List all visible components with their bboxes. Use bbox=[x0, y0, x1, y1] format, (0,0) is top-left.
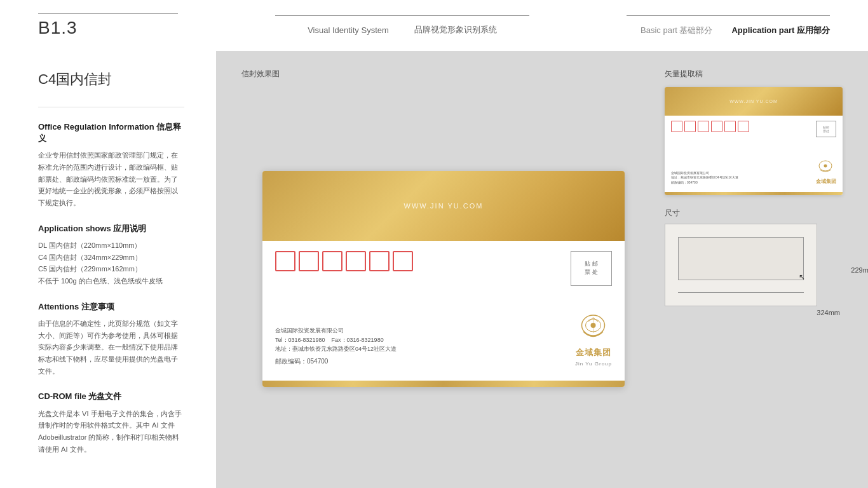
dim-horizontal-line bbox=[678, 292, 804, 293]
app-heading-en: Application shows bbox=[38, 224, 111, 233]
app-heading-cn: 应用说明 bbox=[113, 224, 146, 233]
ve-company-name: 金城国际投资发展有限公司 bbox=[671, 171, 738, 176]
envelope-ornament bbox=[262, 381, 625, 387]
app-line-1: DL 国内信封（220mm×110mm） bbox=[38, 240, 184, 252]
attentions-heading: Attentions 注意事项 bbox=[38, 301, 184, 313]
company-tel: Tel：0316-8321980 Fax：0316-8321980 bbox=[275, 336, 397, 344]
cdrom-heading-en: CD-ROM file bbox=[38, 391, 86, 401]
ve-body: 贴邮票处 金城国际投资发展有限公司 地址：燕城市铁资元东路路委区04号12社区大… bbox=[665, 116, 843, 190]
cdrom-heading-cn: 光盘文件 bbox=[88, 391, 121, 401]
dimension-diagram: ↖ bbox=[665, 224, 817, 306]
postal-box-1 bbox=[275, 251, 295, 271]
application-section: Application shows 应用说明 DL 国内信封（220mm×110… bbox=[38, 223, 184, 287]
cdrom-body: 光盘文件是本 VI 手册电子文件的集合，内含手册制作时的专用软件格式文件。其中 … bbox=[38, 408, 184, 456]
dim-height-label: 229mm bbox=[851, 266, 868, 274]
vis-title-cn: 品牌视觉形象识别系统 bbox=[414, 24, 497, 36]
ve-logo: 金域集团 bbox=[816, 159, 836, 185]
right-panel: 信封效果图 WWW.JIN YU.COM bbox=[216, 51, 868, 488]
logo-sub: Jin Yu Group bbox=[575, 361, 612, 367]
header-top-line bbox=[38, 13, 178, 14]
app-line-3: C5 国内信封（229mm×162mm） bbox=[38, 263, 184, 275]
vector-label: 矢量提取稿 bbox=[665, 69, 843, 79]
office-heading: Office Regulation Information 信息释义 bbox=[38, 121, 184, 144]
envelope: WWW.JIN YU.COM bbox=[262, 171, 625, 387]
postal-box-2 bbox=[299, 251, 319, 271]
cdrom-section: CD-ROM file 光盘文件 光盘文件是本 VI 手册电子文件的集合，内含手… bbox=[38, 391, 184, 455]
company-info: 金城国际投资发展有限公司 Tel：0316-8321980 Fax：0316-8… bbox=[275, 326, 397, 366]
office-section: Office Regulation Information 信息释义 企业专用信… bbox=[38, 121, 184, 209]
attentions-section: Attentions 注意事项 由于信息的不确定性，此页部分规范（如文字大小、间… bbox=[38, 301, 184, 377]
envelope-section: 信封效果图 WWW.JIN YU.COM bbox=[241, 69, 646, 470]
header: B1.3 Visual Identity System 品牌视觉形象识别系统 B… bbox=[0, 0, 868, 51]
ve-box-6 bbox=[738, 121, 749, 132]
header-right: Basic part 基础部分 Application part 应用部分 bbox=[627, 15, 830, 36]
ve-logo-name: 金域集团 bbox=[816, 178, 836, 185]
postal-box-6 bbox=[393, 251, 413, 271]
section-title: C4国内信封 bbox=[38, 70, 184, 89]
preview-row: 信封效果图 WWW.JIN YU.COM bbox=[241, 69, 843, 470]
page-number: B1.3 bbox=[38, 18, 178, 38]
attentions-body: 由于信息的不确定性，此页部分规范（如文字大小、间距等）可作为参考使用，具体可根据… bbox=[38, 318, 184, 377]
vector-section: 矢量提取稿 WWW.JIN YU.COM bbox=[665, 69, 843, 470]
dim-width-label: 324mm bbox=[817, 309, 840, 316]
ve-box-5 bbox=[724, 121, 736, 132]
app-part-label: Application part 应用部分 bbox=[731, 25, 830, 36]
office-body: 企业专用信封依照国家邮政管理部门规定，在标准允许的范围内进行设计，邮政编码框、贴… bbox=[38, 149, 184, 208]
postal-box-4 bbox=[346, 251, 366, 271]
postal-box-3 bbox=[322, 251, 342, 271]
ve-company: 金城国际投资发展有限公司 地址：燕城市铁资元东路路委区04号12社区大道 邮政编… bbox=[671, 171, 738, 186]
envelope-gold-top: WWW.JIN YU.COM bbox=[262, 171, 625, 241]
ve-gold-top: WWW.JIN YU.COM bbox=[665, 87, 843, 116]
app-line-4: 不低于 100g 的白色纸、浅色纸或牛皮纸 bbox=[38, 275, 184, 287]
logo-emblem bbox=[576, 313, 611, 344]
logo-area: 金域集团 Jin Yu Group bbox=[575, 313, 612, 367]
vector-envelope: WWW.JIN YU.COM 贴邮票处 bbox=[665, 87, 843, 195]
vis-title-en: Visual Identity System bbox=[308, 25, 389, 35]
application-heading: Application shows 应用说明 bbox=[38, 223, 184, 234]
ve-postal: 邮政编码：054700 bbox=[671, 180, 738, 186]
ve-box-3 bbox=[698, 121, 709, 132]
header-right-line bbox=[627, 15, 830, 16]
att-heading-en: Attentions bbox=[38, 302, 79, 311]
main-content: C4国内信封 Office Regulation Information 信息释… bbox=[0, 51, 868, 488]
application-body: DL 国内信封（220mm×110mm） C4 国内信封（324mm×229mm… bbox=[38, 240, 184, 287]
logo-name: 金域集团 bbox=[576, 347, 611, 358]
ve-postal bbox=[671, 121, 836, 132]
ve-stamp: 贴邮票处 bbox=[816, 121, 836, 137]
ve-bottom: 金城国际投资发展有限公司 地址：燕城市铁资元东路路委区04号12社区大道 邮政编… bbox=[671, 157, 836, 185]
divider bbox=[38, 107, 184, 107]
left-panel: C4国内信封 Office Regulation Information 信息释… bbox=[0, 51, 216, 488]
dimensions-label: 尺寸 bbox=[665, 208, 680, 217]
header-center: Visual Identity System 品牌视觉形象识别系统 bbox=[308, 15, 497, 36]
company-address: 地址：燕城市铁资元东路路委区04号12社区大道 bbox=[275, 344, 397, 353]
dim-inner-box bbox=[678, 237, 804, 280]
ve-box-1 bbox=[671, 121, 682, 132]
ve-box-2 bbox=[684, 121, 696, 132]
company-name: 金城国际投资发展有限公司 bbox=[275, 326, 397, 335]
cursor-icon: ↖ bbox=[799, 273, 805, 281]
postal-box-5 bbox=[369, 251, 390, 271]
ve-box-4 bbox=[711, 121, 722, 132]
att-heading-cn: 注意事项 bbox=[81, 302, 114, 311]
basic-part-label: Basic part 基础部分 bbox=[641, 25, 712, 36]
postal-code: 邮政编码：054700 bbox=[275, 356, 397, 367]
stamp-area: 贴 邮票 处 bbox=[571, 251, 612, 286]
envelope-section-label: 信封效果图 bbox=[241, 69, 646, 79]
ve-ornament bbox=[665, 192, 843, 195]
header-center-line bbox=[275, 15, 529, 16]
ve-website: WWW.JIN YU.COM bbox=[729, 99, 778, 104]
envelope-body: 贴 邮票 处 金城国际投资发展有限公司 Tel：0316-8321980 Fax… bbox=[262, 241, 625, 377]
ve-address: 地址：燕城市铁资元东路路委区04号12社区大道 bbox=[671, 175, 738, 180]
envelope-bottom: 金城国际投资发展有限公司 Tel：0316-8321980 Fax：0316-8… bbox=[275, 306, 612, 367]
office-heading-en: Office Regulation Information bbox=[38, 122, 154, 132]
app-line-2: C4 国内信封（324mm×229mm） bbox=[38, 252, 184, 264]
logo-emblem-svg bbox=[576, 313, 611, 344]
stamp-text: 贴 邮票 处 bbox=[585, 260, 598, 276]
header-left: B1.3 bbox=[38, 13, 178, 38]
envelope-website: WWW.JIN YU.COM bbox=[404, 202, 484, 210]
cdrom-heading: CD-ROM file 光盘文件 bbox=[38, 391, 184, 402]
envelope-wrapper: WWW.JIN YU.COM bbox=[241, 87, 646, 470]
ve-emblem bbox=[816, 159, 835, 175]
postal-boxes bbox=[275, 251, 612, 271]
svg-point-5 bbox=[824, 165, 827, 168]
